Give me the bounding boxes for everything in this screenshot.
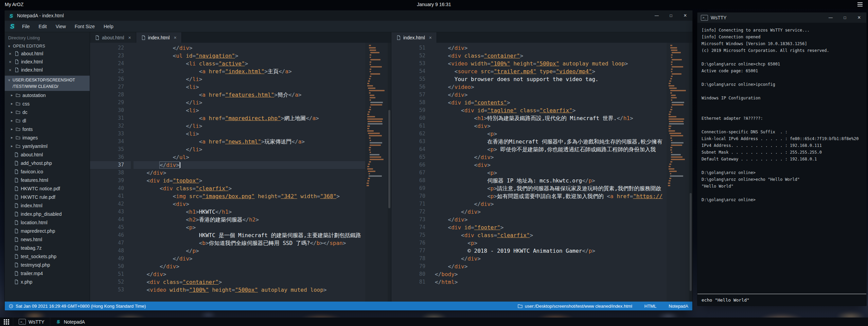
code-line[interactable]: </html>	[435, 278, 667, 286]
file-item-mapredirect.php[interactable]: mapredirect.php	[5, 227, 90, 235]
code-line[interactable]: <h2>香港的建築伺服器</h2>	[134, 216, 365, 224]
file-item-HKWTC rule.pdf[interactable]: HKWTC rule.pdf	[5, 193, 90, 201]
wstty-titlebar[interactable]: >_ WsTTY — □ ×	[697, 13, 866, 23]
file-item-HKWTC notice.pdf[interactable]: HKWTC notice.pdf	[5, 184, 90, 193]
close-icon[interactable]: ×	[9, 59, 12, 64]
code-line[interactable]: HKWTC 是一個 Minecraft 的建築伺服器,主要建築計劃包括鐵路	[134, 231, 365, 239]
code-line[interactable]: <div class="clearfix">	[134, 185, 365, 192]
menu-help[interactable]: Help	[99, 24, 118, 29]
folder-item-css[interactable]: ▸css	[5, 99, 90, 108]
code-line[interactable]: <p> 即使你不是建築師,你也能透過紅石師或鐵路工程師的身份加入我	[435, 146, 667, 153]
code-line[interactable]: <div class="container">	[134, 278, 365, 286]
notepada-titlebar[interactable]: S NotepadA - index.html — □ ×	[5, 11, 692, 21]
scrollbar[interactable]	[689, 43, 692, 302]
minimize-button[interactable]: —	[823, 13, 838, 23]
open-editor-item-about.html[interactable]: ×about.html	[5, 50, 90, 58]
code-line[interactable]: </div>	[435, 255, 667, 263]
code-line[interactable]: </div>	[134, 263, 365, 270]
close-button[interactable]: ×	[678, 11, 692, 21]
code-editor-right[interactable]: 5152535455565758596061626364656667686970…	[391, 43, 692, 302]
hamburger-menu-icon[interactable]	[857, 2, 863, 6]
file-item-favicon.ico[interactable]: favicon.ico	[5, 167, 90, 176]
close-button[interactable]: ×	[852, 13, 866, 23]
code-line[interactable]: <a href="index.html">主頁</a>	[134, 68, 365, 75]
minimize-button[interactable]: —	[650, 11, 664, 21]
code-line[interactable]: </div>	[435, 153, 667, 161]
code-line[interactable]: </div>	[134, 255, 365, 263]
file-item-index.html[interactable]: index.html	[5, 201, 90, 210]
workspace-folder-header[interactable]: ▾ USER:/DESKTOP/SCREENSHOT /TEST/WWW CLE…	[5, 76, 90, 91]
system-clock[interactable]: January 9 16:31	[417, 2, 451, 7]
code-editor-left[interactable]: 2223242526272829303132333435363738394041…	[90, 43, 391, 302]
code-line[interactable]: <a href="mapredirect.php">網上地圖</a>	[134, 114, 365, 122]
code-line[interactable]: </div>	[435, 208, 667, 216]
folder-item-images[interactable]: ▸images	[5, 133, 90, 142]
code-line[interactable]: </body>	[435, 270, 667, 278]
code-line[interactable]: <div id="tagline" class="clearfix">	[435, 107, 667, 114]
folder-item-autostation[interactable]: ▸autostation	[5, 91, 90, 99]
code-line[interactable]: <li>	[134, 107, 365, 114]
code-line[interactable]: </li>	[134, 75, 365, 83]
file-item-testmysql.php[interactable]: testmysql.php	[5, 261, 90, 269]
code-line[interactable]: </div>	[134, 270, 365, 278]
code-line[interactable]: <div class="clearfix">	[435, 231, 667, 239]
file-item-about.html[interactable]: about.html	[5, 150, 90, 159]
code-line[interactable]: </div>	[134, 44, 365, 52]
code-line[interactable]: <img src="images/box.png" height="342" w…	[134, 192, 365, 200]
code-line[interactable]: </li>	[134, 146, 365, 153]
file-item-add_vhost.php[interactable]: add_vhost.php	[5, 159, 90, 167]
code-line[interactable]: <a href="features.html">簡介</a>	[134, 91, 365, 99]
taskbar-item-NotepadA[interactable]: SNotepadA	[50, 318, 90, 326]
code-line[interactable]: </div>	[435, 91, 667, 99]
code-line[interactable]: 伺服器 IP 地址為: mcs.hkwtc.org</p>	[435, 177, 667, 185]
menu-view[interactable]: View	[51, 24, 70, 29]
code-line[interactable]: <li>	[134, 83, 365, 91]
statusbar-language[interactable]: HTML	[644, 304, 656, 309]
tab-close-icon[interactable]: ×	[174, 35, 176, 40]
terminal-output[interactable]: [info] Conencting to arozos WsTTY servic…	[697, 23, 866, 294]
code-area[interactable]: </div> <ul id="navigation"> <li class="a…	[131, 43, 365, 302]
editor-tab-index.html[interactable]: index.html×	[391, 32, 437, 43]
close-icon[interactable]: ×	[9, 68, 12, 73]
system-menu-brand[interactable]: My ArOZ	[5, 2, 23, 7]
code-line[interactable]: <p>請注意,我們的伺服器為確保玩家及遊玩時的質素,我們對的服務開啟	[435, 185, 667, 192]
statusbar-filepath[interactable]: user:/Desktop/screenshot/test/www cleane…	[518, 304, 632, 309]
code-line[interactable]: </div>	[134, 169, 365, 177]
maximize-button[interactable]: □	[664, 11, 678, 21]
tab-close-icon[interactable]: ×	[429, 35, 432, 40]
code-line[interactable]: <div>	[435, 122, 667, 130]
code-line[interactable]: 在香港的Minecraft 伺服器中,多為小遊戲和純生存的伺服器,較少擁有	[435, 138, 667, 146]
close-icon[interactable]: ×	[9, 51, 12, 56]
file-item-location.html[interactable]: location.html	[5, 218, 90, 227]
code-line[interactable]: </li>	[134, 122, 365, 130]
code-line[interactable]: </div>	[435, 216, 667, 224]
code-line[interactable]: </li>	[134, 99, 365, 107]
code-line[interactable]: <div>	[435, 161, 667, 169]
code-line[interactable]: <div id="contents">	[435, 99, 667, 107]
code-line[interactable]: <p>如有問題或需要申請白名單,歡迎加入我們的 <a href="https:/…	[435, 192, 667, 200]
code-line[interactable]: <li>	[134, 130, 365, 138]
folder-item-dc[interactable]: ▸dc	[5, 108, 90, 116]
editor-tab-index.html[interactable]: index.html×	[136, 32, 182, 43]
menu-font-size[interactable]: Font Size	[70, 24, 99, 29]
code-line[interactable]: <a href="news.html">玩家傳送門</a>	[134, 138, 365, 146]
scrollbar[interactable]	[388, 43, 391, 302]
editor-tab-about.html[interactable]: about.html×	[90, 32, 136, 43]
code-line[interactable]: </p>	[134, 247, 365, 255]
code-line[interactable]: <video width="100%" height="500px" autop…	[435, 60, 667, 68]
code-line[interactable]: <div>	[134, 200, 365, 208]
file-item-x.php[interactable]: x.php	[5, 277, 90, 286]
code-line[interactable]: Your browser does not support the video …	[435, 75, 667, 83]
file-item-index.php_disabled[interactable]: index.php_disabled	[5, 210, 90, 218]
tab-close-icon[interactable]: ×	[128, 35, 131, 40]
code-line[interactable]: <p>	[435, 169, 667, 177]
code-line[interactable]: <source src="trailer.mp4" type="video/mp…	[435, 68, 667, 75]
code-area[interactable]: </div> <div class="container"> <video wi…	[432, 43, 667, 302]
folder-item-fonts[interactable]: ▸fonts	[5, 125, 90, 133]
code-line[interactable]: <p>	[435, 239, 667, 247]
code-line[interactable]: <div class="container">	[435, 52, 667, 60]
code-line[interactable]: </div>	[134, 161, 365, 169]
menu-edit[interactable]: Edit	[34, 24, 51, 29]
code-line[interactable]: </div>	[435, 44, 667, 52]
file-item-teabag.7z[interactable]: teabag.7z	[5, 244, 90, 252]
